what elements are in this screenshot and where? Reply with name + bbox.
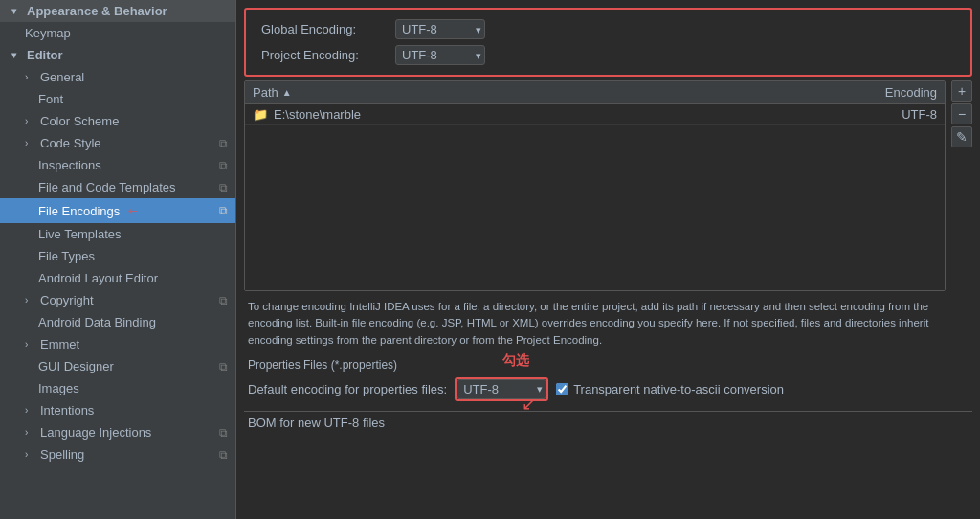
folder-icon: 📁 (253, 107, 268, 122)
annotation-arrow-icon: ↙ (522, 394, 536, 415)
project-encoding-label: Project Encoding: (261, 48, 395, 62)
properties-row: Default encoding for properties files: U… (248, 377, 969, 401)
sidebar-item-copyright[interactable]: › Copyright ⧉ (0, 289, 235, 311)
chevron-icon: ▾ (11, 6, 23, 16)
bom-section: BOM for new UTF-8 files (244, 411, 972, 434)
path-encoding-table: Path ▲ Encoding 📁 E:\stone\marble UTF-8 (244, 80, 946, 291)
cell-path: 📁 E:\stone\marble (253, 107, 841, 122)
sidebar-item-language-injections[interactable]: › Language Injections ⧉ (0, 421, 235, 443)
chevron-icon: › (25, 449, 36, 460)
properties-label: Default encoding for properties files: (248, 382, 447, 396)
sidebar-item-gui-designer[interactable]: GUI Designer ⧉ (0, 355, 235, 377)
copy-icon: ⧉ (219, 159, 228, 172)
global-encoding-select[interactable]: UTF-8 UTF-16 ISO-8859-1 (395, 19, 485, 39)
chevron-icon: › (25, 72, 36, 82)
sidebar-item-android-layout-editor[interactable]: Android Layout Editor (0, 267, 235, 289)
arrow-icon: ← (125, 202, 141, 219)
table-row[interactable]: 📁 E:\stone\marble UTF-8 (245, 104, 945, 125)
properties-encoding-container: UTF-8 UTF-16 ISO-8859-1 勾选 ↙ (455, 377, 548, 401)
global-encoding-label: Global Encoding: (261, 22, 395, 36)
sidebar-item-keymap[interactable]: Keymap (0, 22, 235, 44)
sidebar-item-general[interactable]: › General (0, 66, 235, 88)
sidebar-item-color-scheme[interactable]: › Color Scheme (0, 110, 235, 132)
global-encoding-row: Global Encoding: UTF-8 UTF-16 ISO-8859-1 (261, 19, 955, 39)
sidebar-item-emmet[interactable]: › Emmet (0, 333, 235, 355)
cell-encoding: UTF-8 (841, 107, 937, 122)
sidebar-item-images[interactable]: Images (0, 377, 235, 399)
sort-arrow-icon: ▲ (282, 87, 292, 98)
sidebar-item-file-encodings[interactable]: File Encodings ← ⧉ (0, 198, 235, 223)
properties-section: Properties Files (*.properties) Default … (244, 352, 972, 407)
col-path-header: Path ▲ (253, 85, 841, 100)
global-encoding-select-wrapper: UTF-8 UTF-16 ISO-8859-1 (395, 19, 485, 39)
properties-title: Properties Files (*.properties) (248, 358, 969, 372)
bom-label: BOM for new UTF-8 files (248, 416, 385, 430)
sidebar-item-file-types[interactable]: File Types (0, 245, 235, 267)
col-encoding-header: Encoding (841, 85, 937, 100)
sidebar-item-code-style[interactable]: › Code Style ⧉ (0, 132, 235, 154)
chevron-icon: › (25, 427, 36, 438)
sidebar-item-spelling[interactable]: › Spelling ⧉ (0, 443, 235, 465)
edit-path-button[interactable]: ✎ (951, 126, 972, 147)
chevron-icon: › (25, 339, 36, 350)
sidebar-item-android-data-binding[interactable]: Android Data Binding (0, 311, 235, 333)
annotation-text: 勾选 (502, 352, 529, 370)
sidebar-item-editor[interactable]: ▾ Editor (0, 44, 235, 66)
chevron-icon: › (25, 138, 36, 148)
copy-icon: ⧉ (219, 360, 228, 373)
chevron-icon: › (25, 405, 36, 416)
sidebar-item-appearance-behavior[interactable]: ▾ Appearance & Behavior (0, 0, 235, 22)
copy-icon: ⧉ (219, 426, 228, 440)
transparent-conversion-checkbox[interactable] (556, 383, 568, 395)
description-text: To change encoding IntelliJ IDEA uses fo… (244, 291, 972, 352)
copy-icon: ⧉ (219, 137, 228, 150)
chevron-icon: ▾ (11, 50, 23, 60)
encoding-section: Global Encoding: UTF-8 UTF-16 ISO-8859-1… (244, 8, 972, 77)
path-table-section: Path ▲ Encoding 📁 E:\stone\marble UTF-8 (244, 80, 972, 519)
table-body: 📁 E:\stone\marble UTF-8 (245, 104, 945, 290)
sidebar-item-inspections[interactable]: Inspections ⧉ (0, 154, 235, 176)
chevron-icon: › (25, 295, 36, 305)
sidebar: ▾ Appearance & Behavior Keymap ▾ Editor … (0, 0, 236, 519)
sidebar-item-live-templates[interactable]: Live Templates (0, 223, 235, 245)
transparent-conversion-container: Transparent native-to-ascii conversion (556, 382, 784, 396)
transparent-conversion-label: Transparent native-to-ascii conversion (573, 382, 784, 396)
project-encoding-select-wrapper: UTF-8 UTF-16 ISO-8859-1 (395, 45, 485, 65)
copy-icon: ⧉ (219, 294, 228, 307)
copy-icon: ⧉ (219, 448, 228, 462)
sidebar-item-font[interactable]: Font (0, 88, 235, 110)
project-encoding-select[interactable]: UTF-8 UTF-16 ISO-8859-1 (395, 45, 485, 65)
add-path-button[interactable]: + (951, 80, 972, 102)
chevron-icon: › (25, 116, 36, 126)
table-header: Path ▲ Encoding (245, 81, 945, 104)
sidebar-item-file-and-code-templates[interactable]: File and Code Templates ⧉ (0, 176, 235, 198)
copy-icon: ⧉ (219, 204, 228, 217)
project-encoding-row: Project Encoding: UTF-8 UTF-16 ISO-8859-… (261, 45, 955, 65)
remove-path-button[interactable]: − (951, 103, 972, 124)
copy-icon: ⧉ (219, 181, 228, 194)
path-value: E:\stone\marble (274, 107, 361, 122)
sidebar-item-intentions[interactable]: › Intentions (0, 399, 235, 421)
main-content: Global Encoding: UTF-8 UTF-16 ISO-8859-1… (236, 0, 980, 519)
